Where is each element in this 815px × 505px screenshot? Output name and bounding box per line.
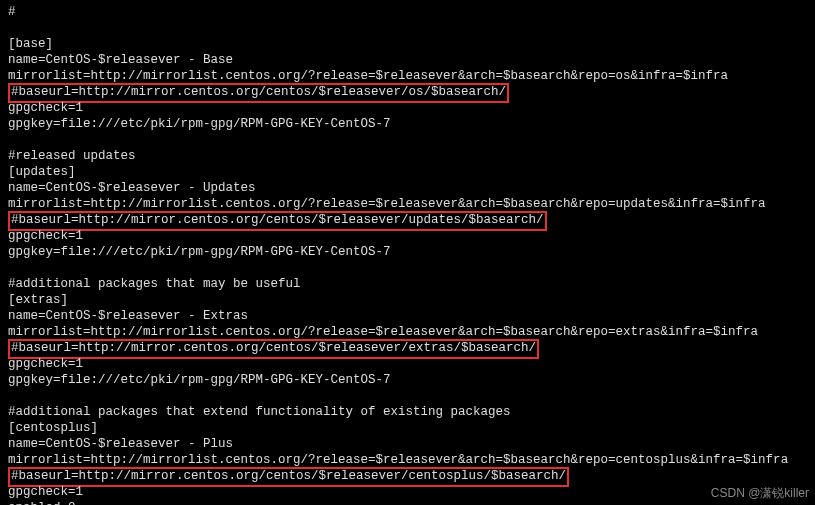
watermark: CSDN @潇锐killer [711, 485, 809, 501]
config-line [8, 132, 807, 148]
terminal-content: #[base]name=CentOS-$releasever - Basemir… [0, 0, 815, 505]
config-line: name=CentOS-$releasever - Updates [8, 180, 807, 196]
config-line: gpgkey=file:///etc/pki/rpm-gpg/RPM-GPG-K… [8, 116, 807, 132]
config-line: #additional packages that extend functio… [8, 404, 807, 420]
config-line: mirrorlist=http://mirrorlist.centos.org/… [8, 324, 807, 340]
config-line: name=CentOS-$releasever - Base [8, 52, 807, 68]
config-line [8, 20, 807, 36]
config-line: #baseurl=http://mirror.centos.org/centos… [8, 468, 807, 484]
config-line: enabled=0 [8, 500, 807, 505]
config-line [8, 260, 807, 276]
highlighted-baseurl: #baseurl=http://mirror.centos.org/centos… [8, 339, 539, 359]
config-line: #released updates [8, 148, 807, 164]
config-line: #baseurl=http://mirror.centos.org/centos… [8, 212, 807, 228]
config-line: [centosplus] [8, 420, 807, 436]
config-line: name=CentOS-$releasever - Extras [8, 308, 807, 324]
config-line: name=CentOS-$releasever - Plus [8, 436, 807, 452]
config-line: mirrorlist=http://mirrorlist.centos.org/… [8, 452, 807, 468]
config-line: [updates] [8, 164, 807, 180]
highlighted-baseurl: #baseurl=http://mirror.centos.org/centos… [8, 211, 547, 231]
config-line: #additional packages that may be useful [8, 276, 807, 292]
config-line [8, 388, 807, 404]
highlighted-baseurl: #baseurl=http://mirror.centos.org/centos… [8, 83, 509, 103]
highlighted-baseurl: #baseurl=http://mirror.centos.org/centos… [8, 467, 569, 487]
config-line: gpgkey=file:///etc/pki/rpm-gpg/RPM-GPG-K… [8, 244, 807, 260]
config-line: #baseurl=http://mirror.centos.org/centos… [8, 84, 807, 100]
config-line: #baseurl=http://mirror.centos.org/centos… [8, 340, 807, 356]
config-line: # [8, 4, 807, 20]
config-line: [extras] [8, 292, 807, 308]
config-line: mirrorlist=http://mirrorlist.centos.org/… [8, 196, 807, 212]
config-line: [base] [8, 36, 807, 52]
config-line: mirrorlist=http://mirrorlist.centos.org/… [8, 68, 807, 84]
config-line: gpgkey=file:///etc/pki/rpm-gpg/RPM-GPG-K… [8, 372, 807, 388]
